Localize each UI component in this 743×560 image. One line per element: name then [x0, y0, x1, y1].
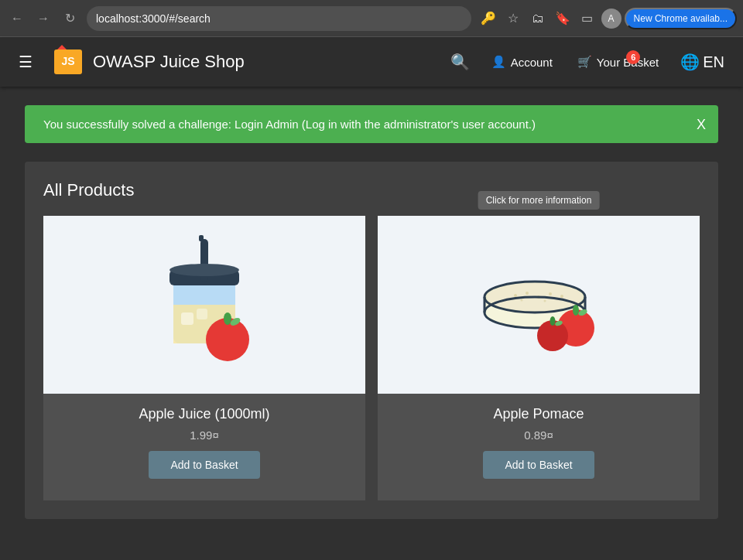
back-button[interactable]: ← [6, 8, 28, 29]
alert-message: You successfully solved a challenge: Log… [43, 118, 536, 131]
header-actions: 🔍 👤 Account 6 🛒 Your Basket 🌐 EN [444, 46, 731, 77]
add-to-basket-apple-juice[interactable]: Add to Basket [149, 451, 259, 479]
svg-point-31 [573, 305, 579, 316]
search-icon: 🔍 [450, 53, 470, 71]
hamburger-icon: ☰ [19, 53, 33, 71]
svg-point-10 [224, 312, 231, 325]
svg-point-18 [514, 294, 517, 297]
refresh-button[interactable]: ↻ [59, 8, 80, 29]
globe-icon: 🌐 [680, 53, 700, 71]
product-image-apple-juice[interactable] [43, 216, 365, 394]
svg-text:JS: JS [61, 55, 74, 67]
basket-button[interactable]: 6 🛒 Your Basket [568, 49, 668, 75]
svg-point-34 [550, 316, 556, 326]
product-info-apple-pomace: Apple Pomace 0.89¤ Add to Basket [378, 394, 700, 500]
svg-point-8 [169, 264, 239, 276]
svg-rect-13 [197, 309, 207, 319]
product-name-apple-pomace: Apple Pomace [390, 406, 687, 422]
address-bar[interactable] [87, 6, 471, 31]
browser-chrome: ← → ↻ 🔑 ☆ 🗂 🔖 ▭ A New Chrome availab... [0, 0, 743, 37]
search-button[interactable]: 🔍 [444, 46, 476, 77]
app-header: ☰ JS OWASP Juice Shop 🔍 👤 Account 6 🛒 Yo… [0, 37, 743, 87]
account-icon: 👤 [491, 55, 506, 69]
product-image-apple-pomace[interactable] [378, 216, 700, 394]
language-button[interactable]: 🌐 EN [674, 46, 731, 77]
apple-juice-image [127, 227, 282, 382]
product-card-apple-pomace[interactable]: Click for more information [378, 216, 700, 500]
svg-marker-2 [57, 45, 67, 50]
svg-point-21 [549, 292, 552, 295]
key-icon[interactable]: 🔑 [478, 8, 499, 29]
product-price-apple-pomace: 0.89¤ [390, 429, 687, 442]
product-info-apple-juice: Apple Juice (1000ml) 1.99¤ Add to Basket [43, 394, 365, 500]
svg-rect-6 [199, 235, 204, 241]
products-section: All Products [25, 162, 718, 519]
success-alert: You successfully solved a challenge: Log… [25, 105, 718, 143]
apple-pomace-image [461, 227, 616, 382]
new-chrome-button[interactable]: New Chrome availab... [625, 8, 737, 29]
svg-point-23 [521, 299, 523, 302]
product-name-apple-juice: Apple Juice (1000ml) [56, 406, 353, 422]
add-to-basket-apple-pomace[interactable]: Add to Basket [483, 451, 594, 479]
profile-avatar[interactable]: A [601, 9, 621, 29]
star-icon[interactable]: ☆ [502, 8, 524, 29]
logo-image: JS [51, 45, 85, 79]
main-content: All Products [0, 162, 743, 519]
extensions-icon[interactable]: 🔖 [552, 8, 574, 29]
account-label: Account [511, 56, 553, 69]
products-section-title: All Products [43, 180, 700, 200]
svg-point-19 [526, 292, 529, 295]
browser-toolbar-icons: 🔑 ☆ 🗂 🔖 ▭ A New Chrome availab... [478, 8, 737, 29]
forward-button[interactable]: → [33, 8, 54, 29]
browser-nav-buttons: ← → ↻ [6, 8, 80, 29]
product-price-apple-juice: 1.99¤ [56, 429, 353, 442]
app-title: OWASP Juice Shop [93, 52, 245, 72]
account-button[interactable]: 👤 Account [482, 49, 562, 75]
svg-rect-12 [181, 312, 193, 325]
products-grid: Apple Juice (1000ml) 1.99¤ Add to Basket… [43, 216, 700, 500]
alert-close-button[interactable]: X [697, 118, 706, 131]
svg-point-24 [544, 300, 546, 302]
logo[interactable]: JS OWASP Juice Shop [51, 45, 245, 79]
product-card-apple-juice[interactable]: Apple Juice (1000ml) 1.99¤ Add to Basket [43, 216, 365, 500]
lang-label: EN [703, 53, 724, 71]
tab-manager-icon[interactable]: 🗂 [527, 8, 549, 29]
basket-icon: 🛒 [577, 55, 592, 69]
menu-button[interactable]: ☰ [12, 46, 39, 77]
customize-icon[interactable]: ▭ [577, 8, 598, 29]
svg-point-22 [560, 295, 563, 298]
